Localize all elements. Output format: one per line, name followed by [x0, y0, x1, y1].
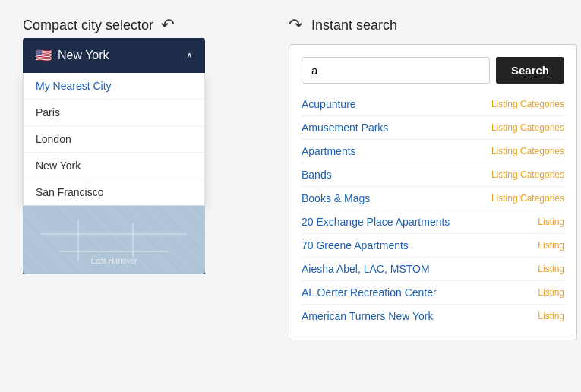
result-type: Listing Categories — [491, 99, 564, 109]
right-section: ↷ Instant search Search Acupunture Listi… — [289, 15, 577, 340]
dropdown-item-paris[interactable]: Paris — [24, 100, 204, 126]
search-result-list: Acupunture Listing Categories Amusement … — [302, 93, 564, 327]
result-item-al-oerter[interactable]: AL Oerter Recreation Center Listing — [302, 281, 564, 305]
search-panel: Search Acupunture Listing Categories Amu… — [289, 44, 577, 340]
city-selector-widget: 🇺🇸 New York ∧ My Nearest City Paris Lond… — [23, 38, 205, 274]
selected-city-label: New York — [58, 49, 109, 62]
compact-city-selector-label: Compact city selector ↷ — [23, 15, 243, 35]
search-row: Search — [302, 57, 564, 84]
city-dropdown-menu: My Nearest City Paris London New York Sa… — [23, 73, 205, 206]
result-name: American Turners New York — [302, 310, 434, 322]
result-type: Listing — [538, 217, 564, 227]
result-item-aiesha-abel[interactable]: Aiesha Abel, LAC, MSTOM Listing — [302, 258, 564, 281]
instant-search-text: Instant search — [311, 17, 397, 33]
arrow-right-icon: ↷ — [289, 15, 302, 35]
search-button[interactable]: Search — [496, 57, 564, 84]
result-item-apartments[interactable]: Apartments Listing Categories — [302, 140, 564, 163]
result-type: Listing — [538, 287, 564, 298]
result-type: Listing — [538, 311, 564, 321]
dropdown-item-new-york[interactable]: New York — [24, 153, 204, 179]
result-item-american-turners[interactable]: American Turners New York Listing — [302, 305, 564, 327]
map-label-east-hanover: East Hanover — [91, 257, 137, 265]
result-name: Books & Mags — [302, 192, 370, 204]
result-item-20-exchange[interactable]: 20 Exchange Place Apartments Listing — [302, 210, 564, 234]
result-name: 70 Greene Apartments — [302, 239, 409, 251]
chevron-up-icon: ∧ — [186, 50, 193, 61]
result-name: Amusement Parks — [302, 122, 388, 134]
result-item-amusement-parks[interactable]: Amusement Parks Listing Categories — [302, 116, 564, 140]
result-name: Aiesha Abel, LAC, MSTOM — [302, 263, 430, 275]
result-item-bands[interactable]: Bands Listing Categories — [302, 163, 564, 187]
result-type: Listing Categories — [491, 146, 564, 156]
result-type: Listing Categories — [491, 193, 564, 204]
result-type: Listing Categories — [491, 169, 564, 180]
dropdown-item-san-francisco[interactable]: San Francisco — [24, 179, 204, 205]
result-item-books-mags[interactable]: Books & Mags Listing Categories — [302, 187, 564, 210]
compact-city-selector-text: Compact city selector — [23, 17, 153, 33]
result-type: Listing — [538, 264, 564, 274]
result-name: 20 Exchange Place Apartments — [302, 216, 450, 228]
result-item-70-greene[interactable]: 70 Greene Apartments Listing — [302, 234, 564, 258]
result-name: AL Oerter Recreation Center — [302, 286, 437, 299]
result-item-acupunture[interactable]: Acupunture Listing Categories — [302, 93, 564, 116]
instant-search-label: ↷ Instant search — [289, 15, 577, 35]
search-input[interactable] — [302, 57, 490, 84]
map-background: East Hanover — [23, 206, 205, 274]
flag-icon: 🇺🇸 — [35, 47, 52, 64]
arrow-left-icon: ↷ — [161, 15, 175, 35]
city-header[interactable]: 🇺🇸 New York ∧ — [23, 38, 205, 73]
result-type: Listing — [538, 240, 564, 251]
result-name: Apartments — [302, 145, 356, 157]
result-name: Bands — [302, 169, 332, 181]
result-type: Listing Categories — [491, 122, 564, 133]
result-name: Acupunture — [302, 98, 356, 110]
left-section: Compact city selector ↷ 🇺🇸 New York ∧ My… — [23, 15, 243, 274]
dropdown-item-nearest[interactable]: My Nearest City — [24, 73, 204, 100]
dropdown-item-london[interactable]: London — [24, 126, 204, 153]
